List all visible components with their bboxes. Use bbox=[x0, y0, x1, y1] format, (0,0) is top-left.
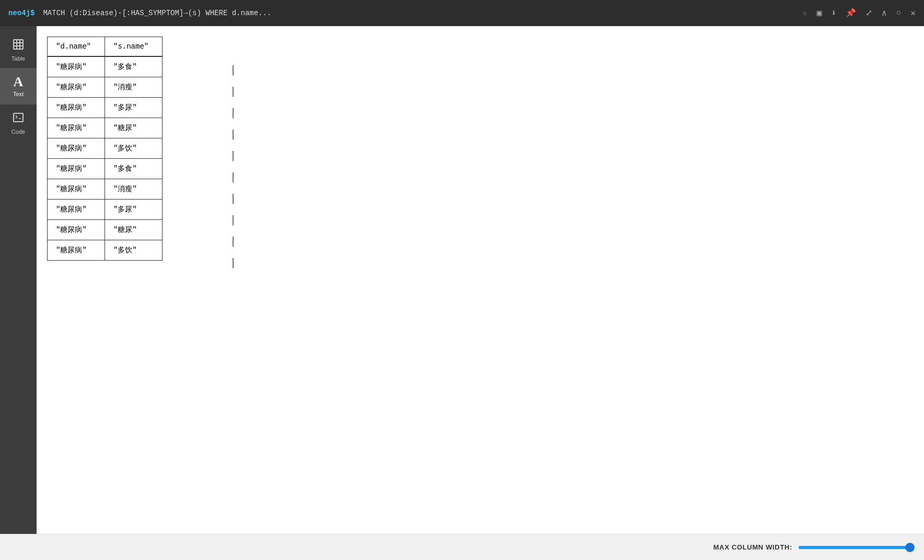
file-icon[interactable]: ▣ bbox=[817, 8, 822, 18]
table-header-row: "d.name" "s.name" bbox=[48, 37, 163, 57]
table-icon bbox=[12, 38, 25, 53]
slider-track bbox=[799, 546, 914, 549]
sidebar-table-label: Table bbox=[11, 55, 25, 62]
svg-line-8 bbox=[16, 117, 17, 119]
title-bar-icons: ☆ ▣ ⬇ 📌 ⤢ ∧ ○ ✕ bbox=[802, 8, 916, 18]
table-row: "糖尿病""消瘦" bbox=[48, 77, 163, 98]
chevron-up-icon[interactable]: ∧ bbox=[882, 8, 887, 18]
table-row: "糖尿病""多饮" bbox=[48, 240, 163, 261]
close-icon[interactable]: ✕ bbox=[910, 8, 916, 18]
table-cell-7-0: "糖尿病" bbox=[48, 200, 105, 220]
table-row: "糖尿病""多尿" bbox=[48, 200, 163, 220]
table-cell-3-1: "糖尿" bbox=[105, 118, 163, 138]
table-row: "糖尿病""消瘦" bbox=[48, 179, 163, 200]
results-table: "d.name" "s.name" "糖尿病""多食""糖尿病""消瘦""糖尿病… bbox=[47, 37, 163, 261]
text-icon: A bbox=[14, 75, 24, 89]
row-indicator-7: | bbox=[230, 208, 236, 230]
table-cell-4-1: "多饮" bbox=[105, 138, 163, 159]
sidebar-item-code[interactable]: Code bbox=[0, 104, 37, 141]
table-cell-3-0: "糖尿病" bbox=[48, 118, 105, 138]
row-indicators: |||||||||| bbox=[230, 59, 236, 273]
table-cell-1-0: "糖尿病" bbox=[48, 77, 105, 98]
query-text: MATCH (d:Disease)-[:HAS_SYMPTOM]→(s) WHE… bbox=[43, 9, 794, 17]
table-cell-2-1: "多尿" bbox=[105, 98, 163, 118]
table-cell-9-1: "多饮" bbox=[105, 240, 163, 261]
max-column-width-label: MAX COLUMN WIDTH: bbox=[713, 543, 792, 551]
table-row: "糖尿病""多食" bbox=[48, 159, 163, 179]
sidebar-text-label: Text bbox=[13, 91, 24, 97]
col-header-dname: "d.name" bbox=[48, 37, 105, 57]
table-cell-6-0: "糖尿病" bbox=[48, 179, 105, 200]
table-cell-9-0: "糖尿病" bbox=[48, 240, 105, 261]
main-layout: Table A Text Code bbox=[0, 26, 924, 534]
row-indicator-9: | bbox=[230, 251, 236, 273]
sidebar-item-table[interactable]: Table bbox=[0, 31, 37, 68]
col-header-sname: "s.name" bbox=[105, 37, 163, 57]
expand-icon[interactable]: ⤢ bbox=[865, 8, 872, 18]
svg-rect-5 bbox=[14, 113, 23, 122]
table-cell-7-1: "多尿" bbox=[105, 200, 163, 220]
table-cell-0-1: "多食" bbox=[105, 56, 163, 77]
row-indicator-8: | bbox=[230, 230, 236, 251]
row-indicator-1: | bbox=[230, 80, 236, 101]
slider-thumb[interactable] bbox=[905, 543, 915, 552]
table-row: "糖尿病""糖尿" bbox=[48, 220, 163, 240]
row-indicator-5: | bbox=[230, 166, 236, 187]
title-bar: neo4j$ MATCH (d:Disease)-[:HAS_SYMPTOM]→… bbox=[0, 0, 924, 26]
row-indicator-4: | bbox=[230, 144, 236, 166]
table-cell-4-0: "糖尿病" bbox=[48, 138, 105, 159]
search-icon[interactable]: ○ bbox=[896, 8, 902, 18]
row-indicator-0: | bbox=[230, 59, 236, 80]
table-row: "糖尿病""多尿" bbox=[48, 98, 163, 118]
download-icon[interactable]: ⬇ bbox=[831, 8, 836, 18]
table-row: "糖尿病""多食" bbox=[48, 56, 163, 77]
svg-rect-0 bbox=[14, 40, 23, 49]
content-area[interactable]: "d.name" "s.name" "糖尿病""多食""糖尿病""消瘦""糖尿病… bbox=[37, 26, 924, 534]
sidebar-item-text[interactable]: A Text bbox=[0, 68, 37, 104]
table-cell-8-0: "糖尿病" bbox=[48, 220, 105, 240]
sidebar-code-label: Code bbox=[11, 129, 25, 135]
row-indicator-2: | bbox=[230, 101, 236, 123]
prompt-label: neo4j$ bbox=[8, 9, 34, 17]
slider-fill bbox=[799, 546, 914, 549]
data-table-container: "d.name" "s.name" "糖尿病""多食""糖尿病""消瘦""糖尿病… bbox=[47, 37, 163, 261]
table-cell-2-0: "糖尿病" bbox=[48, 98, 105, 118]
table-cell-5-1: "多食" bbox=[105, 159, 163, 179]
row-indicator-6: | bbox=[230, 187, 236, 208]
bottom-bar: MAX COLUMN WIDTH: bbox=[0, 534, 924, 560]
row-indicator-3: | bbox=[230, 123, 236, 144]
pin-icon[interactable]: 📌 bbox=[846, 8, 856, 18]
code-icon bbox=[12, 111, 25, 126]
star-icon[interactable]: ☆ bbox=[802, 8, 807, 18]
table-cell-6-1: "消瘦" bbox=[105, 179, 163, 200]
column-width-slider[interactable] bbox=[799, 546, 914, 549]
table-row: "糖尿病""多饮" bbox=[48, 138, 163, 159]
table-cell-0-0: "糖尿病" bbox=[48, 56, 105, 77]
table-cell-5-0: "糖尿病" bbox=[48, 159, 105, 179]
table-cell-1-1: "消瘦" bbox=[105, 77, 163, 98]
sidebar: Table A Text Code bbox=[0, 26, 37, 534]
table-cell-8-1: "糖尿" bbox=[105, 220, 163, 240]
table-row: "糖尿病""糖尿" bbox=[48, 118, 163, 138]
